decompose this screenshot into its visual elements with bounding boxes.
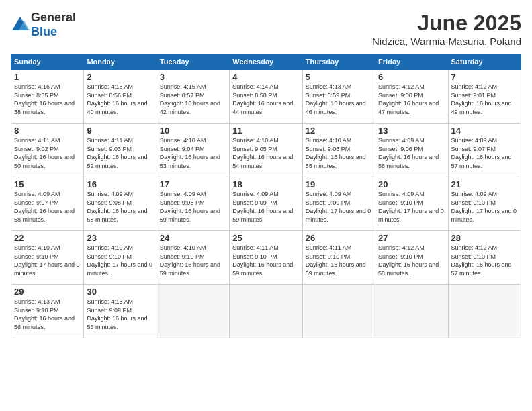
- day-number: 9: [87, 126, 153, 136]
- header-saturday: Saturday: [448, 54, 521, 70]
- day-info: Sunrise: 4:13 AMSunset: 9:10 PMDaylight:…: [14, 298, 75, 330]
- table-row: 5 Sunrise: 4:13 AMSunset: 8:59 PMDayligh…: [302, 70, 375, 124]
- day-info: Sunrise: 4:11 AMSunset: 9:10 PMDaylight:…: [232, 244, 293, 277]
- table-row: 21 Sunrise: 4:09 AMSunset: 9:10 PMDaylig…: [448, 177, 521, 231]
- logo-icon: [11, 15, 30, 34]
- table-row: 2 Sunrise: 4:15 AMSunset: 8:56 PMDayligh…: [84, 70, 157, 124]
- day-number: 4: [232, 72, 299, 82]
- day-info: Sunrise: 4:09 AMSunset: 9:07 PMDaylight:…: [14, 191, 75, 223]
- day-info: Sunrise: 4:09 AMSunset: 9:08 PMDaylight:…: [87, 191, 147, 223]
- table-row: [448, 285, 521, 338]
- table-row: [230, 285, 302, 338]
- day-number: 16: [87, 179, 153, 189]
- header-wednesday: Wednesday: [230, 54, 302, 70]
- day-info: Sunrise: 4:13 AMSunset: 9:09 PMDaylight:…: [87, 298, 147, 330]
- day-number: 26: [306, 233, 372, 243]
- table-row: 25 Sunrise: 4:11 AMSunset: 9:10 PMDaylig…: [230, 231, 302, 285]
- day-info: Sunrise: 4:09 AMSunset: 9:08 PMDaylight:…: [160, 191, 220, 223]
- day-info: Sunrise: 4:09 AMSunset: 9:09 PMDaylight:…: [306, 191, 371, 223]
- table-row: 9 Sunrise: 4:11 AMSunset: 9:03 PMDayligh…: [84, 124, 157, 177]
- table-row: 29 Sunrise: 4:13 AMSunset: 9:10 PMDaylig…: [11, 285, 84, 338]
- day-info: Sunrise: 4:15 AMSunset: 8:56 PMDaylight:…: [87, 83, 147, 116]
- table-row: 15 Sunrise: 4:09 AMSunset: 9:07 PMDaylig…: [11, 177, 84, 231]
- header-monday: Monday: [84, 54, 157, 70]
- table-row: 11 Sunrise: 4:10 AMSunset: 9:05 PMDaylig…: [230, 124, 302, 177]
- day-number: 20: [378, 179, 445, 189]
- page: General Blue June 2025 Nidzica, Warmia-M…: [0, 0, 532, 411]
- table-row: 24 Sunrise: 4:10 AMSunset: 9:10 PMDaylig…: [157, 231, 229, 285]
- table-row: 13 Sunrise: 4:09 AMSunset: 9:06 PMDaylig…: [375, 124, 448, 177]
- day-info: Sunrise: 4:12 AMSunset: 9:00 PMDaylight:…: [378, 83, 439, 116]
- table-row: 27 Sunrise: 4:12 AMSunset: 9:10 PMDaylig…: [375, 231, 448, 285]
- day-info: Sunrise: 4:09 AMSunset: 9:06 PMDaylight:…: [378, 137, 439, 169]
- table-row: 12 Sunrise: 4:10 AMSunset: 9:06 PMDaylig…: [302, 124, 375, 177]
- day-number: 27: [378, 233, 445, 243]
- table-row: 16 Sunrise: 4:09 AMSunset: 9:08 PMDaylig…: [84, 177, 157, 231]
- header: General Blue June 2025 Nidzica, Warmia-M…: [11, 11, 521, 47]
- day-number: 3: [160, 72, 226, 82]
- table-row: 22 Sunrise: 4:10 AMSunset: 9:10 PMDaylig…: [11, 231, 84, 285]
- day-info: Sunrise: 4:10 AMSunset: 9:06 PMDaylight:…: [306, 137, 366, 169]
- logo-blue: Blue: [31, 25, 57, 38]
- day-info: Sunrise: 4:12 AMSunset: 9:01 PMDaylight:…: [451, 83, 512, 116]
- day-info: Sunrise: 4:12 AMSunset: 9:10 PMDaylight:…: [378, 244, 439, 277]
- table-row: [375, 285, 448, 338]
- table-row: 28 Sunrise: 4:12 AMSunset: 9:10 PMDaylig…: [448, 231, 521, 285]
- day-number: 13: [378, 126, 445, 136]
- table-row: 14 Sunrise: 4:09 AMSunset: 9:07 PMDaylig…: [448, 124, 521, 177]
- table-row: 6 Sunrise: 4:12 AMSunset: 9:00 PMDayligh…: [375, 70, 448, 124]
- day-info: Sunrise: 4:13 AMSunset: 8:59 PMDaylight:…: [306, 83, 366, 116]
- day-info: Sunrise: 4:11 AMSunset: 9:03 PMDaylight:…: [87, 137, 147, 169]
- calendar-week-3: 15 Sunrise: 4:09 AMSunset: 9:07 PMDaylig…: [11, 177, 521, 231]
- calendar: Sunday Monday Tuesday Wednesday Thursday…: [11, 54, 521, 338]
- day-number: 18: [232, 179, 299, 189]
- day-number: 30: [87, 287, 153, 297]
- table-row: 19 Sunrise: 4:09 AMSunset: 9:09 PMDaylig…: [302, 177, 375, 231]
- day-info: Sunrise: 4:14 AMSunset: 8:58 PMDaylight:…: [232, 83, 293, 116]
- table-row: 17 Sunrise: 4:09 AMSunset: 9:08 PMDaylig…: [157, 177, 229, 231]
- calendar-week-2: 8 Sunrise: 4:11 AMSunset: 9:02 PMDayligh…: [11, 124, 521, 177]
- day-info: Sunrise: 4:10 AMSunset: 9:04 PMDaylight:…: [160, 137, 220, 169]
- day-number: 12: [306, 126, 372, 136]
- day-info: Sunrise: 4:09 AMSunset: 9:10 PMDaylight:…: [378, 191, 444, 223]
- day-number: 15: [14, 179, 81, 189]
- table-row: 30 Sunrise: 4:13 AMSunset: 9:09 PMDaylig…: [84, 285, 157, 338]
- day-number: 29: [14, 287, 81, 297]
- day-info: Sunrise: 4:09 AMSunset: 9:09 PMDaylight:…: [232, 191, 293, 223]
- table-row: 7 Sunrise: 4:12 AMSunset: 9:01 PMDayligh…: [448, 70, 521, 124]
- calendar-week-4: 22 Sunrise: 4:10 AMSunset: 9:10 PMDaylig…: [11, 231, 521, 285]
- day-number: 6: [378, 72, 445, 82]
- day-number: 28: [451, 233, 518, 243]
- day-info: Sunrise: 4:10 AMSunset: 9:10 PMDaylight:…: [160, 244, 220, 277]
- table-row: 20 Sunrise: 4:09 AMSunset: 9:10 PMDaylig…: [375, 177, 448, 231]
- day-number: 5: [306, 72, 372, 82]
- table-row: 8 Sunrise: 4:11 AMSunset: 9:02 PMDayligh…: [11, 124, 84, 177]
- day-info: Sunrise: 4:11 AMSunset: 9:02 PMDaylight:…: [14, 137, 75, 169]
- day-number: 24: [160, 233, 226, 243]
- header-tuesday: Tuesday: [157, 54, 229, 70]
- day-info: Sunrise: 4:10 AMSunset: 9:05 PMDaylight:…: [232, 137, 293, 169]
- day-number: 8: [14, 126, 81, 136]
- logo: General Blue: [11, 11, 76, 39]
- header-thursday: Thursday: [302, 54, 375, 70]
- table-row: 10 Sunrise: 4:10 AMSunset: 9:04 PMDaylig…: [157, 124, 229, 177]
- title-block: June 2025 Nidzica, Warmia-Masuria, Polan…: [372, 11, 521, 47]
- table-row: 18 Sunrise: 4:09 AMSunset: 9:09 PMDaylig…: [230, 177, 302, 231]
- header-friday: Friday: [375, 54, 448, 70]
- calendar-week-5: 29 Sunrise: 4:13 AMSunset: 9:10 PMDaylig…: [11, 285, 521, 338]
- day-number: 22: [14, 233, 81, 243]
- table-row: [302, 285, 375, 338]
- day-info: Sunrise: 4:16 AMSunset: 8:55 PMDaylight:…: [14, 83, 75, 116]
- day-info: Sunrise: 4:09 AMSunset: 9:07 PMDaylight:…: [451, 137, 512, 169]
- table-row: [157, 285, 229, 338]
- logo-general: General: [31, 11, 76, 24]
- day-number: 10: [160, 126, 226, 136]
- day-info: Sunrise: 4:12 AMSunset: 9:10 PMDaylight:…: [451, 244, 512, 277]
- month-title: June 2025: [372, 11, 521, 36]
- table-row: 23 Sunrise: 4:10 AMSunset: 9:10 PMDaylig…: [84, 231, 157, 285]
- calendar-header-row: Sunday Monday Tuesday Wednesday Thursday…: [11, 54, 521, 70]
- day-number: 7: [451, 72, 518, 82]
- day-info: Sunrise: 4:11 AMSunset: 9:10 PMDaylight:…: [306, 244, 366, 277]
- day-number: 14: [451, 126, 518, 136]
- day-number: 19: [306, 179, 372, 189]
